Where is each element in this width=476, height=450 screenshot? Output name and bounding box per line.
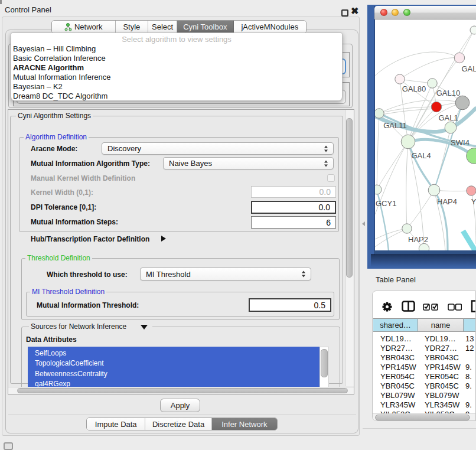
network-node-HAP4[interactable] [428,184,440,196]
network-node-GAL-right[interactable] [454,53,464,63]
network-node-GAL10[interactable] [428,79,437,88]
network-node-gray-node[interactable] [455,96,470,110]
network-node-label: GCY1 [376,199,396,208]
mi-threshold-field[interactable]: 0.5 [249,298,331,312]
network-edge [379,100,462,113]
tab-select[interactable]: Select [148,21,177,33]
manual-kernel-label: Manual Kernel Width Definition [31,174,135,182]
mi-threshold-label: Mutual Information Threshold: [37,301,139,309]
tab-jactivemnodules[interactable]: jActiveMNodules [234,21,306,33]
list-scrollbar-thumb[interactable] [321,349,328,377]
settings-hscrollbar-thumb[interactable] [17,388,348,393]
mi-steps-field[interactable]: 6 [251,216,336,229]
cyni-algorithm-settings-title: Cyni Algorithm Settings [16,112,93,120]
dropdown-item[interactable]: Bayesian – Hill Climbing [13,44,340,54]
dropdown-item[interactable]: Dream8 DC_TDC Algorithm [13,92,340,101]
table-hscrollbar-thumb[interactable] [375,415,470,420]
expand-right-icon[interactable] [161,236,166,242]
tab-style[interactable]: Style [116,21,149,33]
divider-collapse-icon[interactable] [362,221,365,226]
window-shadow [371,254,476,267]
table-cell: YBL079W [380,391,415,401]
network-edge [377,142,408,190]
table-cell: YDR27… [380,344,413,354]
apply-button[interactable]: Apply [160,399,200,412]
list-item[interactable]: TopologicalCoefficient [35,358,319,369]
tab-infer-network[interactable]: Infer Network [212,418,277,430]
network-edge [406,142,408,229]
algorithm-dropdown: Select algorithm to view settings Bayesi… [11,32,343,101]
table-cell: 9. [465,363,472,373]
dpi-tolerance-field[interactable]: 0.0 [251,201,336,214]
checked-columns-icon[interactable] [423,303,439,311]
network-node-label: GAL4 [411,151,431,160]
network-canvas[interactable]: GAL7GAL80GAL10GAL1GAL11SWI4GAL4HAP4YGCY1… [375,19,476,250]
network-node-top-partial[interactable] [470,26,476,34]
table-cell: YDL19… [425,334,456,344]
columns-icon[interactable] [402,301,415,312]
zoom-light-icon[interactable] [403,9,410,16]
mi-type-label: Mutual Information Algorithm Type: [31,159,150,168]
combo-arrows-icon [324,145,328,152]
network-node-GCY1[interactable] [375,185,382,194]
column-header-shared[interactable]: shared… [373,318,418,332]
table-cell: YBL079W [425,391,459,401]
list-item[interactable]: SelfLoops [35,348,319,358]
dropdown-item[interactable]: ARACNE Algorithm [13,63,340,73]
network-window-titlebar[interactable] [374,6,476,19]
table-card: shared…name YDL19…YDL19…13YDR27…YDR27…12… [372,291,476,421]
tab-network[interactable]: Network [52,21,116,33]
table-cell: YDL19… [380,334,412,344]
network-node-GAL80[interactable] [395,74,405,84]
collapse-down-icon[interactable] [141,325,148,330]
network-edge [377,113,379,190]
which-threshold-combobox[interactable]: MI Threshold [140,268,311,281]
list-item[interactable]: BetweennessCentrality [35,369,319,379]
table-cell: YLR345W [425,400,459,410]
network-node-GAL1[interactable] [431,102,441,112]
float-panel-icon[interactable] [341,9,348,17]
which-threshold-label: Which threshold to use: [47,270,128,279]
data-attributes-list[interactable]: SelfLoopsTopologicalCoefficientBetweenne… [28,347,319,388]
aracne-mode-combobox[interactable]: Discovery [102,142,334,155]
settings-vscrollbar-thumb[interactable] [346,118,353,278]
minimize-light-icon[interactable] [392,9,399,16]
network-node-GAL4[interactable] [401,135,415,149]
table-cell: YBR045C [425,381,459,392]
algorithm-definition-title: Algorithm Definition [24,133,89,141]
network-node-label: GAL1 [438,113,458,122]
network-node-SWI4[interactable] [445,122,457,133]
tab-cyni-toolbox[interactable]: Cyni Toolbox [177,21,234,33]
table-cell: 12 [465,344,474,354]
control-panel-tabs: NetworkStyleSelectCyni ToolboxjActiveMNo… [51,20,307,34]
dropdown-item[interactable]: Bayesian – K2 [13,82,340,92]
network-graph: GAL7GAL80GAL10GAL1GAL11SWI4GAL4HAP4YGCY1… [375,19,476,250]
tab-discretize-data[interactable]: Discretize Data [145,418,211,430]
network-edge [463,231,476,250]
mi-type-combobox[interactable]: Naive Bayes [163,157,334,169]
dropdown-item[interactable]: Mutual Information Inference [13,73,340,82]
table-cell: YBR043C [380,353,415,363]
network-edge [375,52,459,76]
tab-impute-data[interactable]: Impute Data [87,418,145,430]
network-node-GAL11[interactable] [375,109,384,118]
close-panel-icon[interactable]: ✖ [351,6,358,16]
kernel-width-field[interactable]: 0.0 [251,186,336,198]
column-header-A[interactable] [464,318,476,332]
palette-icon[interactable] [4,442,13,450]
network-node-HAP2[interactable] [402,224,412,233]
unchecked-columns-icon[interactable] [448,304,462,311]
manual-kernel-checkbox[interactable] [327,174,335,182]
gear-icon[interactable] [382,302,392,312]
hub-definition-label: Hub/Transcription Factor Definition [31,235,149,243]
column-header-name[interactable]: name [418,318,464,332]
tab-label: Network [74,22,103,31]
document-icon[interactable] [471,300,476,312]
tab-label: Select [152,22,173,31]
table-cell: YPR145W [425,363,461,373]
network-node-salmon-right[interactable] [467,186,476,195]
dropdown-item[interactable]: Basic Correlation Inference [13,54,340,63]
network-node-label: GAL11 [383,121,407,130]
pane-groove [8,414,356,415]
close-light-icon[interactable] [380,9,387,16]
